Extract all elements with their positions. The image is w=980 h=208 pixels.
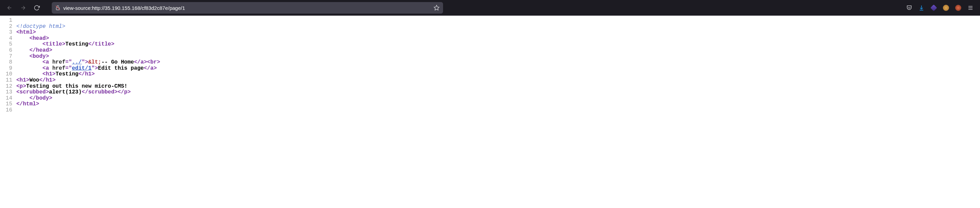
token: </a> (143, 65, 156, 71)
source-link[interactable]: ../ (72, 59, 82, 65)
token: <head> (29, 35, 49, 41)
token: -- Go Home (102, 59, 134, 65)
token: </a><br> (134, 59, 160, 65)
token: "> (82, 59, 88, 65)
token (16, 65, 43, 71)
line-code: <!doctype html> (15, 24, 65, 30)
source-line: 10 <h1>Testing</h1> (0, 71, 980, 78)
line-code: <a href="../">&lt;-- Go Home</a><br> (15, 59, 160, 66)
token: <html> (16, 29, 36, 35)
extension-swirl-icon (955, 5, 961, 11)
line-number: 10 (0, 71, 15, 78)
token: href (52, 59, 65, 65)
hamburger-icon (967, 5, 974, 11)
line-number: 15 (0, 101, 15, 107)
token (16, 59, 43, 65)
source-view: 12<!doctype html>3<html>4 <head>5 <title… (0, 16, 980, 116)
token: "> (92, 65, 98, 71)
token (16, 47, 29, 53)
line-number: 7 (0, 54, 15, 60)
line-number: 14 (0, 95, 15, 102)
source-line: 7 <body> (0, 54, 980, 60)
token: <p> (16, 83, 26, 89)
line-code: <a href="edit/1">Edit this page</a> (15, 66, 157, 72)
url-text: view-source:http://35.190.155.168/cf83d2… (63, 5, 431, 11)
line-number: 3 (0, 30, 15, 36)
star-icon[interactable] (434, 5, 440, 11)
source-line: 8 <a href="../">&lt;-- Go Home</a><br> (0, 59, 980, 66)
line-number: 1 (0, 17, 15, 24)
source-line: 16 (0, 107, 980, 114)
line-code: </body> (15, 95, 52, 102)
source-line: 14 </body> (0, 95, 980, 102)
token: <a (43, 65, 52, 71)
line-number: 8 (0, 59, 15, 66)
token (16, 71, 43, 77)
download-icon (918, 5, 924, 11)
line-code: <body> (15, 54, 49, 60)
line-number: 16 (0, 107, 15, 114)
token: <a (43, 59, 52, 65)
token: <scrubbed> (16, 89, 49, 95)
source-line: 13<scrubbed>alert(123)</scrubbed></p> (0, 89, 980, 95)
extension-cookie-icon (943, 5, 949, 11)
menu-button[interactable] (965, 2, 976, 13)
toolbar-right (904, 2, 976, 13)
token: </html> (16, 101, 39, 107)
line-code: <scrubbed>alert(123)</scrubbed></p> (15, 89, 130, 95)
extension-1[interactable] (928, 2, 939, 13)
token: Testing out this new micro-CMS! (26, 83, 127, 89)
download-button[interactable] (916, 2, 927, 13)
line-code: <h1>Woo</h1> (15, 78, 56, 84)
token: Testing (56, 71, 78, 77)
line-number: 2 (0, 24, 15, 30)
source-line: 2<!doctype html> (0, 24, 980, 30)
token: =" (65, 59, 72, 65)
source-line: 12<p>Testing out this new micro-CMS! (0, 84, 980, 90)
line-number: 5 (0, 41, 15, 48)
insecure-lock-icon (55, 5, 60, 11)
token: href (52, 65, 65, 71)
line-code (15, 107, 16, 114)
line-code: <head> (15, 36, 49, 42)
line-number: 6 (0, 48, 15, 54)
forward-button[interactable] (18, 2, 29, 13)
token (16, 53, 29, 59)
url-bar[interactable]: view-source:http://35.190.155.168/cf83d2… (52, 2, 443, 14)
extension-3[interactable] (953, 2, 964, 13)
token (16, 35, 29, 41)
back-button[interactable] (4, 2, 15, 13)
token: </scrubbed></p> (82, 89, 130, 95)
line-code: <p>Testing out this new micro-CMS! (15, 84, 127, 90)
token: <h1> (16, 77, 29, 83)
token: <!doctype html> (16, 24, 65, 30)
line-number: 13 (0, 89, 15, 95)
token: alert(123) (49, 89, 82, 95)
source-link[interactable]: edit/1 (72, 65, 92, 71)
token: <body> (29, 53, 49, 59)
token: </body> (29, 95, 52, 101)
token: </h1> (39, 77, 56, 83)
line-number: 12 (0, 84, 15, 90)
pocket-button[interactable] (904, 2, 915, 13)
token: =" (65, 65, 72, 71)
arrow-right-icon (20, 5, 26, 11)
extension-2[interactable] (940, 2, 951, 13)
source-line: 15</html> (0, 101, 980, 107)
token: </head> (29, 47, 52, 53)
token: </title> (88, 41, 115, 47)
line-code: <html> (15, 30, 36, 36)
reload-button[interactable] (31, 2, 42, 13)
token: Testing (65, 41, 88, 47)
token (16, 95, 29, 101)
source-line: 4 <head> (0, 36, 980, 42)
source-line: 1 (0, 17, 980, 24)
source-line: 3<html> (0, 30, 980, 36)
pocket-icon (906, 5, 912, 11)
source-line: 6 </head> (0, 48, 980, 54)
line-number: 11 (0, 78, 15, 84)
svg-marker-2 (434, 5, 439, 10)
token: </h1> (78, 71, 95, 77)
line-code (15, 17, 16, 24)
token (16, 41, 43, 47)
